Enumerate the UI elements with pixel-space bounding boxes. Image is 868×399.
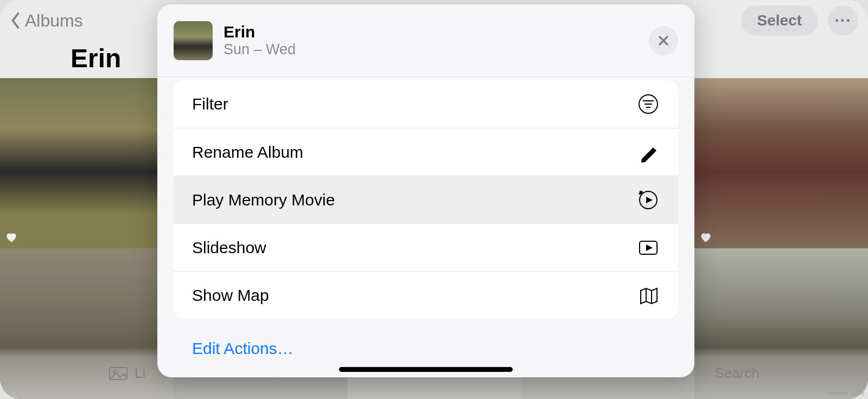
action-play-memory-movie[interactable]: Play Memory Movie <box>174 176 678 223</box>
action-show-map[interactable]: Show Map <box>174 271 678 319</box>
close-button[interactable] <box>649 26 678 55</box>
action-label: Rename Album <box>192 143 303 162</box>
home-indicator[interactable] <box>339 367 513 372</box>
close-icon <box>657 34 670 47</box>
action-filter[interactable]: Filter <box>174 80 678 128</box>
map-icon <box>637 284 660 307</box>
play-rect-icon <box>637 236 660 259</box>
action-label: Show Map <box>192 286 269 305</box>
sheet-title: Erin <box>224 23 296 42</box>
edit-actions-label: Edit Actions… <box>192 339 293 357</box>
filter-icon <box>637 93 660 115</box>
svg-marker-9 <box>646 197 653 203</box>
sheet-subtitle: Sun – Wed <box>224 41 296 58</box>
sheet-titles: Erin Sun – Wed <box>224 23 296 59</box>
action-label: Filter <box>192 95 228 113</box>
memory-play-icon <box>637 189 660 211</box>
sheet-body: Filter Rename Album Play Memory Movie <box>157 77 694 358</box>
edit-actions-link[interactable]: Edit Actions… <box>192 339 694 358</box>
action-list: Filter Rename Album Play Memory Movie <box>174 80 678 319</box>
action-slideshow[interactable]: Slideshow <box>174 223 678 271</box>
action-label: Slideshow <box>192 239 266 257</box>
action-sheet: Erin Sun – Wed Filter Rename Album <box>157 4 694 377</box>
action-label: Play Memory Movie <box>192 191 335 209</box>
action-rename-album[interactable]: Rename Album <box>174 128 678 176</box>
sheet-header: Erin Sun – Wed <box>157 4 694 77</box>
watermark: wsxdn.com <box>828 389 864 397</box>
sheet-thumbnail <box>174 21 213 60</box>
pencil-icon <box>637 141 660 164</box>
svg-marker-12 <box>646 244 653 251</box>
